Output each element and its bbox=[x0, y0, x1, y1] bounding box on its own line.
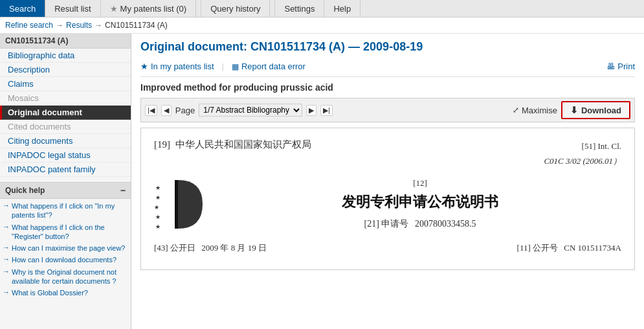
arrow-icon-1: → bbox=[3, 201, 10, 209]
pubdate-number: [43] 公开日 bbox=[154, 243, 195, 253]
pubdate-value: 2009 年 8 月 19 日 bbox=[201, 243, 267, 253]
quick-help-title: Quick help bbox=[5, 186, 45, 195]
arrow-icon-4: → bbox=[3, 255, 10, 263]
pubno-value: CN 101511734A bbox=[564, 243, 621, 253]
patent-logo: ★ ★ ★ ★ ★ bbox=[154, 177, 206, 232]
arrow-icon-6: → bbox=[3, 288, 10, 296]
nav-search[interactable]: Search bbox=[0, 0, 45, 17]
svg-text:★: ★ bbox=[155, 185, 161, 191]
star-filled-icon: ★ bbox=[140, 62, 148, 71]
page-select[interactable]: 1/7 Abstract Bibliography 2/7 3/7 4/7 5/… bbox=[199, 104, 302, 117]
nav-separator2 bbox=[270, 0, 275, 17]
breadcrumb: Refine search → Results → CN101511734 (A… bbox=[0, 17, 644, 34]
quick-help-link-3[interactable]: → How can I maximise the page view? bbox=[3, 244, 128, 253]
quick-help-minimize-btn[interactable]: − bbox=[120, 185, 126, 196]
svg-text:★: ★ bbox=[154, 204, 159, 210]
quick-help-link-4[interactable]: → How can I download documents? bbox=[3, 255, 128, 264]
doc-preview: [19] 中华人民共和国国家知识产权局 [51] Int. Cl. C01C 3… bbox=[140, 128, 635, 270]
sidebar-item-original-document[interactable]: Original document bbox=[0, 106, 131, 120]
next-page-btn[interactable]: ▶ bbox=[306, 105, 316, 116]
org-name: 中华人民共和国国家知识产权局 bbox=[175, 139, 311, 150]
svg-text:★: ★ bbox=[155, 194, 161, 201]
pub-type-title: 发明专利申请公布说明书 bbox=[219, 192, 621, 212]
page-label: Page bbox=[175, 106, 195, 115]
pub-type-number: [12] bbox=[413, 178, 427, 188]
print-btn[interactable]: 🖶 Print bbox=[606, 62, 635, 71]
download-icon: ⬇ bbox=[570, 105, 578, 115]
prev-page-btn[interactable]: ◀ bbox=[161, 105, 172, 116]
print-icon: 🖶 bbox=[606, 62, 615, 71]
quick-help-header: Quick help − bbox=[0, 183, 131, 199]
maximise-icon: ⤢ bbox=[513, 106, 519, 115]
pub-type-line: [12] bbox=[219, 178, 621, 188]
page-title: Original document: CN101511734 (A) — 200… bbox=[140, 40, 635, 54]
doc-header-row: [19] 中华人民共和国国家知识产权局 [51] Int. Cl. C01C 3… bbox=[154, 139, 621, 169]
content-area: Original document: CN101511734 (A) — 200… bbox=[131, 34, 644, 329]
arrow-icon-3: → bbox=[3, 244, 10, 251]
intcl-number: [51] Int. Cl. bbox=[544, 139, 621, 153]
doc-center: [12] 发明专利申请公布说明书 [21] 申请号 200780033458.5 bbox=[219, 178, 621, 230]
doc-footer-row: [43] 公开日 2009 年 8 月 19 日 [11] 公开号 CN 101… bbox=[154, 242, 621, 254]
doc-main-row: ★ ★ ★ ★ ★ [12] 发明 bbox=[154, 177, 621, 232]
sidebar-item-claims[interactable]: Claims bbox=[0, 77, 131, 91]
breadcrumb-arrow2: → bbox=[94, 21, 102, 30]
doc-org: [19] 中华人民共和国国家知识产权局 bbox=[154, 139, 311, 151]
results-link[interactable]: Results bbox=[66, 21, 92, 30]
quick-help-links: → What happens if I click on "In my pate… bbox=[0, 199, 131, 303]
sidebar-item-citing-documents[interactable]: Citing documents bbox=[0, 134, 131, 148]
nav-query-history[interactable]: Query history bbox=[201, 0, 270, 17]
sidebar-item-inpadoc-family[interactable]: INPADOC patent family bbox=[0, 163, 131, 177]
download-button[interactable]: ⬇ Download bbox=[561, 101, 630, 119]
action-sep: | bbox=[222, 62, 224, 71]
report-error-btn[interactable]: ▦ Report data error bbox=[232, 62, 305, 71]
svg-rect-5 bbox=[175, 180, 178, 229]
nav-settings[interactable]: Settings bbox=[275, 0, 324, 17]
star-icon: ★ bbox=[110, 4, 118, 14]
sidebar-item-bibliographic[interactable]: Bibliographic data bbox=[0, 49, 131, 63]
nav-separator bbox=[196, 0, 201, 17]
patent-logo-svg: ★ ★ ★ ★ ★ bbox=[154, 177, 206, 232]
nav-result-list[interactable]: Result list bbox=[45, 0, 100, 17]
nav-my-patents[interactable]: ★ My patents list (0) bbox=[101, 0, 197, 17]
maximise-btn[interactable]: ⤢ Maximise bbox=[513, 106, 557, 115]
appno-number: [21] 申请号 bbox=[364, 219, 409, 229]
action-bar: ★ In my patents list | ▦ Report data err… bbox=[140, 59, 635, 77]
pub-no-section: [11] 公开号 CN 101511734A bbox=[517, 242, 621, 254]
arrow-icon-5: → bbox=[3, 267, 10, 275]
refine-search-link[interactable]: Refine search bbox=[5, 21, 53, 30]
page-nav-bar: |◀ ◀ Page 1/7 Abstract Bibliography 2/7 … bbox=[140, 98, 635, 122]
pubno-number: [11] 公开号 bbox=[517, 243, 558, 253]
appno-value: 200780033458.5 bbox=[415, 219, 476, 229]
sidebar-item-mosaics: Mosaics bbox=[0, 91, 131, 106]
top-nav: Search Result list ★ My patents list (0)… bbox=[0, 0, 644, 17]
appno-line: [21] 申请号 200780033458.5 bbox=[219, 218, 621, 230]
intcl-code: C01C 3/02 (2006.01） bbox=[544, 153, 621, 168]
quick-help-section: Quick help − → What happens if I click o… bbox=[0, 182, 131, 303]
sidebar-item-inpadoc-legal[interactable]: INPADOC legal status bbox=[0, 148, 131, 163]
report-icon: ▦ bbox=[232, 62, 239, 71]
breadcrumb-current: CN101511734 (A) bbox=[105, 21, 168, 30]
last-page-btn[interactable]: ▶| bbox=[320, 105, 333, 116]
quick-help-link-6[interactable]: → What is Global Dossier? bbox=[3, 288, 128, 297]
breadcrumb-arrow1: → bbox=[56, 21, 63, 30]
sidebar-section-title: CN101511734 (A) bbox=[0, 34, 131, 49]
doc-intcl: [51] Int. Cl. C01C 3/02 (2006.01） bbox=[544, 139, 621, 169]
arrow-icon-2: → bbox=[3, 223, 10, 231]
first-page-btn[interactable]: |◀ bbox=[145, 105, 157, 116]
quick-help-link-2[interactable]: → What happens if I click on the "Regist… bbox=[3, 223, 128, 242]
sidebar: CN101511734 (A) Bibliographic data Descr… bbox=[0, 34, 131, 329]
quick-help-link-5[interactable]: → Why is the Original document not avail… bbox=[3, 267, 128, 286]
in-my-patents-btn[interactable]: ★ In my patents list bbox=[140, 62, 214, 71]
nav-help[interactable]: Help bbox=[324, 0, 361, 17]
pub-date-section: [43] 公开日 2009 年 8 月 19 日 bbox=[154, 242, 267, 254]
org-number: [19] bbox=[154, 139, 170, 150]
quick-help-link-1[interactable]: → What happens if I click on "In my pate… bbox=[3, 201, 128, 220]
svg-text:★: ★ bbox=[155, 223, 161, 230]
doc-subtitle: Improved method for producing prussic ac… bbox=[140, 82, 635, 93]
sidebar-item-description[interactable]: Description bbox=[0, 63, 131, 77]
sidebar-item-cited-documents: Cited documents bbox=[0, 120, 131, 134]
svg-text:★: ★ bbox=[155, 214, 161, 220]
